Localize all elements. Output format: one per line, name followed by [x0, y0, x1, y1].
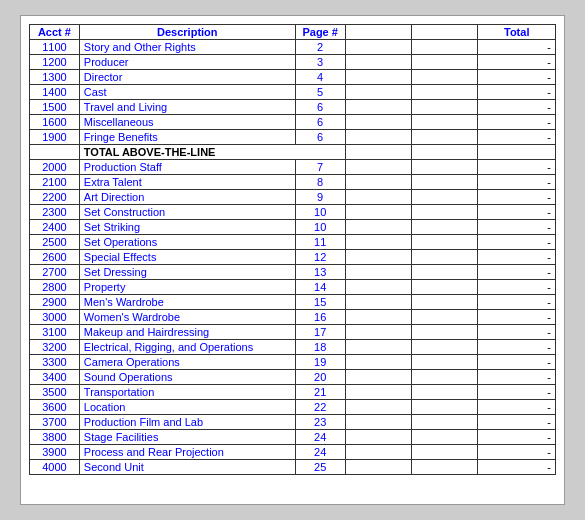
cell-extra1: [345, 400, 411, 415]
cell-acct: 3800: [30, 430, 80, 445]
cell-extra1: [345, 280, 411, 295]
table-row: 2900Men's Wardrobe15-: [30, 295, 556, 310]
cell-page: 6: [295, 130, 345, 145]
table-row: TOTAL ABOVE-THE-LINE: [30, 145, 556, 160]
cell-extra1: [345, 100, 411, 115]
cell-total: -: [478, 205, 556, 220]
cell-page: 12: [295, 250, 345, 265]
cell-extra2: [412, 430, 478, 445]
cell-extra1: [345, 190, 411, 205]
cell-acct: 3200: [30, 340, 80, 355]
table-row: 3100Makeup and Hairdressing17-: [30, 325, 556, 340]
cell-extra1: [345, 250, 411, 265]
cell-desc: Set Construction: [79, 205, 295, 220]
cell-acct: 1500: [30, 100, 80, 115]
table-row: 3800Stage Facilities24-: [30, 430, 556, 445]
table-row: 1900Fringe Benefits6-: [30, 130, 556, 145]
cell-page: 11: [295, 235, 345, 250]
cell-acct: 3600: [30, 400, 80, 415]
table-row: 1500Travel and Living6-: [30, 100, 556, 115]
table-row: 2500Set Operations11-: [30, 235, 556, 250]
cell-desc: TOTAL ABOVE-THE-LINE: [79, 145, 345, 160]
cell-total: -: [478, 280, 556, 295]
cell-page: 6: [295, 100, 345, 115]
table-row: 3900Process and Rear Projection24-: [30, 445, 556, 460]
cell-extra2: [412, 385, 478, 400]
cell-page: 10: [295, 220, 345, 235]
cell-desc: Story and Other Rights: [79, 40, 295, 55]
cell-desc: Men's Wardrobe: [79, 295, 295, 310]
cell-total: -: [478, 115, 556, 130]
cell-desc: Women's Wardrobe: [79, 310, 295, 325]
cell-extra1: [345, 295, 411, 310]
cell-extra2: [412, 340, 478, 355]
cell-extra2: [412, 115, 478, 130]
cell-extra1: [345, 310, 411, 325]
cell-extra1: [345, 355, 411, 370]
cell-desc: Property: [79, 280, 295, 295]
cell-acct: 2500: [30, 235, 80, 250]
cell-extra2: [412, 190, 478, 205]
page-container: Acct # Description Page # Total 1100Stor…: [20, 15, 565, 505]
cell-desc: Art Direction: [79, 190, 295, 205]
cell-extra1: [345, 370, 411, 385]
cell-desc: Production Staff: [79, 160, 295, 175]
cell-total: -: [478, 385, 556, 400]
cell-extra2: [412, 55, 478, 70]
cell-acct: 4000: [30, 460, 80, 475]
cell-extra2: [412, 205, 478, 220]
cell-extra1: [345, 220, 411, 235]
cell-acct: 2900: [30, 295, 80, 310]
cell-desc: Director: [79, 70, 295, 85]
cell-total: -: [478, 355, 556, 370]
cell-page: 3: [295, 55, 345, 70]
cell-total: -: [478, 325, 556, 340]
table-row: 3300Camera Operations19-: [30, 355, 556, 370]
cell-desc: Process and Rear Projection: [79, 445, 295, 460]
cell-extra2: [412, 400, 478, 415]
cell-total: -: [478, 85, 556, 100]
cell-desc: Makeup and Hairdressing: [79, 325, 295, 340]
cell-extra2: [412, 100, 478, 115]
cell-page: 2: [295, 40, 345, 55]
cell-total: -: [478, 190, 556, 205]
cell-extra1: [345, 55, 411, 70]
cell-desc: Location: [79, 400, 295, 415]
cell-acct: 3000: [30, 310, 80, 325]
cell-desc: Special Effects: [79, 250, 295, 265]
cell-extra1: [345, 205, 411, 220]
cell-desc: Production Film and Lab: [79, 415, 295, 430]
cell-acct: 2000: [30, 160, 80, 175]
cell-total: -: [478, 460, 556, 475]
cell-acct: 1200: [30, 55, 80, 70]
cell-extra2: [412, 460, 478, 475]
cell-total: -: [478, 235, 556, 250]
table-row: 2100Extra Talent8-: [30, 175, 556, 190]
cell-page: 10: [295, 205, 345, 220]
cell-extra2: [412, 370, 478, 385]
cell-extra2: [412, 145, 478, 160]
cell-page: 20: [295, 370, 345, 385]
table-row: 1300Director4-: [30, 70, 556, 85]
cell-desc: Producer: [79, 55, 295, 70]
cell-page: 16: [295, 310, 345, 325]
table-row: 3200Electrical, Rigging, and Operations1…: [30, 340, 556, 355]
cell-total: [478, 145, 556, 160]
table-row: 2700Set Dressing13-: [30, 265, 556, 280]
table-row: 1100Story and Other Rights2-: [30, 40, 556, 55]
cell-total: -: [478, 400, 556, 415]
cell-extra1: [345, 385, 411, 400]
cell-page: 7: [295, 160, 345, 175]
table-row: 3400Sound Operations20-: [30, 370, 556, 385]
table-row: 3500Transportation21-: [30, 385, 556, 400]
cell-desc: Travel and Living: [79, 100, 295, 115]
cell-extra1: [345, 325, 411, 340]
cell-page: 23: [295, 415, 345, 430]
table-row: 2400Set Striking10-: [30, 220, 556, 235]
table-row: 1600Miscellaneous6-: [30, 115, 556, 130]
cell-page: 14: [295, 280, 345, 295]
cell-extra1: [345, 175, 411, 190]
cell-page: 9: [295, 190, 345, 205]
cell-total: -: [478, 70, 556, 85]
cell-extra1: [345, 430, 411, 445]
